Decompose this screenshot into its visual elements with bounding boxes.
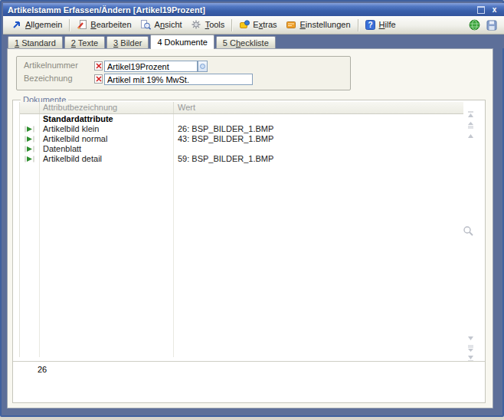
attribute-name: Datenblatt (40, 144, 174, 154)
menu-extras[interactable]: Extras (234, 18, 281, 33)
tab-label: 2 Texte (71, 38, 98, 48)
scroll-page-up-icon[interactable] (466, 121, 475, 130)
tab-label: 1 Standard (15, 38, 56, 48)
table-row[interactable]: Artikelbild detail 59: BSP_BILDER_1.BMP (20, 154, 463, 164)
menu-label: Ansicht (155, 20, 182, 29)
tab-label: 3 Bilder (113, 38, 142, 48)
clear-red-x-icon[interactable] (94, 61, 103, 71)
tab-label: 5 Checkliste (223, 38, 269, 48)
scroll-down-icon[interactable] (466, 334, 475, 343)
tab-strip: 1 Standard 2 Texte 3 Bilder 4 Dokumente … (3, 34, 504, 48)
edit-icon (76, 19, 87, 31)
selected-value-preview: 26 (38, 365, 47, 375)
table-row[interactable]: Datenblatt (20, 144, 463, 154)
svg-text:?: ? (368, 21, 372, 29)
app-window: Artikelstamm Erfassen/Ändern [Artikel19P… (0, 0, 504, 417)
menu-label: Allgemein (25, 20, 62, 29)
view-magnifier-icon (140, 19, 152, 31)
tools-gear-icon (191, 19, 202, 31)
menu-separator (69, 19, 70, 31)
artikelnummer-input[interactable] (104, 61, 198, 72)
tab-label: 4 Dokumente (157, 38, 207, 47)
menu-allgemein[interactable]: Allgemein (7, 18, 67, 33)
tab-standard[interactable]: 1 Standard (8, 36, 63, 48)
menu-label: Bearbeiten (90, 20, 131, 29)
column-header-attributbezeichnung: Attributbezeichnung (40, 102, 174, 113)
menu-einstellungen[interactable]: Einstellungen (282, 18, 355, 33)
attribute-value: 43: BSP_BILDER_1.BMP (174, 134, 463, 144)
arrow-up-right-icon (11, 19, 22, 31)
tab-checkliste[interactable]: 5 Checkliste (216, 36, 276, 48)
column-header-wert: Wert (174, 102, 463, 113)
menu-ansicht[interactable]: Ansicht (136, 18, 187, 33)
tab-bilder[interactable]: 3 Bilder (106, 36, 149, 48)
zoom-magnifier-icon[interactable] (463, 225, 473, 236)
window-title: Artikelstamm Erfassen/Ändern [Artikel19P… (8, 5, 472, 15)
attachment-green-icon (25, 146, 34, 153)
bezeichnung-label: Bezeichnung (24, 74, 73, 84)
attribute-name: Standardattribute (40, 114, 174, 124)
tab-page-dokumente: Artikelnummer Bezeichnung Dokumente Attr… (7, 48, 493, 409)
restore-icon (477, 6, 485, 14)
table-empty-area (20, 164, 463, 357)
menu-label: Einstellungen (300, 20, 351, 29)
attachment-green-icon (25, 126, 34, 133)
table-row[interactable]: Artikelbild normal 43: BSP_BILDER_1.BMP (20, 134, 463, 144)
attribute-value: 26: BSP_BILDER_1.BMP (174, 124, 463, 134)
close-icon: x (493, 6, 497, 14)
attachment-green-icon (25, 136, 34, 143)
attribute-name: Artikelbild normal (40, 134, 174, 144)
attachment-green-icon (25, 156, 34, 162)
attributes-table: Attributbezeichnung Wert Standardattribu… (19, 102, 463, 357)
settings-icon (286, 19, 297, 31)
menu-hilfe[interactable]: ? Hilfe (361, 18, 401, 33)
bezeichnung-input[interactable] (104, 74, 253, 85)
table-row[interactable]: Artikelbild klein 26: BSP_BILDER_1.BMP (20, 124, 463, 134)
table-header: Attributbezeichnung Wert (20, 102, 463, 114)
globe-icon[interactable] (469, 19, 480, 31)
title-bar: Artikelstamm Erfassen/Ändern [Artikel19P… (3, 3, 504, 16)
attribute-name: Artikelbild klein (40, 124, 174, 134)
artikelnummer-label: Artikelnummer (24, 61, 78, 71)
attribute-name: Artikelbild detail (40, 154, 174, 164)
scroll-to-top-icon[interactable] (466, 110, 475, 119)
table-row-category[interactable]: Standardattribute (20, 114, 463, 124)
scroll-up-icon[interactable] (466, 132, 475, 140)
attribute-value (174, 114, 463, 124)
clear-red-x-icon[interactable] (94, 74, 103, 84)
tab-dokumente[interactable]: 4 Dokumente (150, 34, 214, 49)
menu-label: Tools (205, 20, 225, 29)
menu-separator (231, 19, 232, 31)
menu-bar: Allgemein Bearbeiten Ansicht Tools (3, 16, 504, 34)
help-icon: ? (365, 19, 376, 31)
attribute-value (174, 144, 463, 154)
preview-separator (13, 361, 485, 362)
menu-tools[interactable]: Tools (187, 18, 230, 33)
lookup-button[interactable] (198, 61, 208, 72)
extras-icon (238, 19, 250, 31)
save-icon[interactable] (486, 19, 497, 31)
row-indicator-header (20, 102, 40, 113)
menu-label: Hilfe (379, 20, 396, 29)
dokumente-groupbox: Dokumente Attributbezeichnung Wert Stand… (12, 100, 486, 403)
menu-bearbeiten[interactable]: Bearbeiten (72, 18, 136, 33)
menu-label: Extras (253, 20, 277, 29)
tab-texte[interactable]: 2 Texte (64, 36, 105, 48)
close-window-button[interactable]: x (489, 5, 499, 15)
attribute-value: 59: BSP_BILDER_1.BMP (174, 154, 463, 164)
menu-separator (358, 19, 358, 31)
scroll-page-down-icon[interactable] (466, 344, 475, 353)
restore-window-button[interactable] (476, 5, 486, 15)
